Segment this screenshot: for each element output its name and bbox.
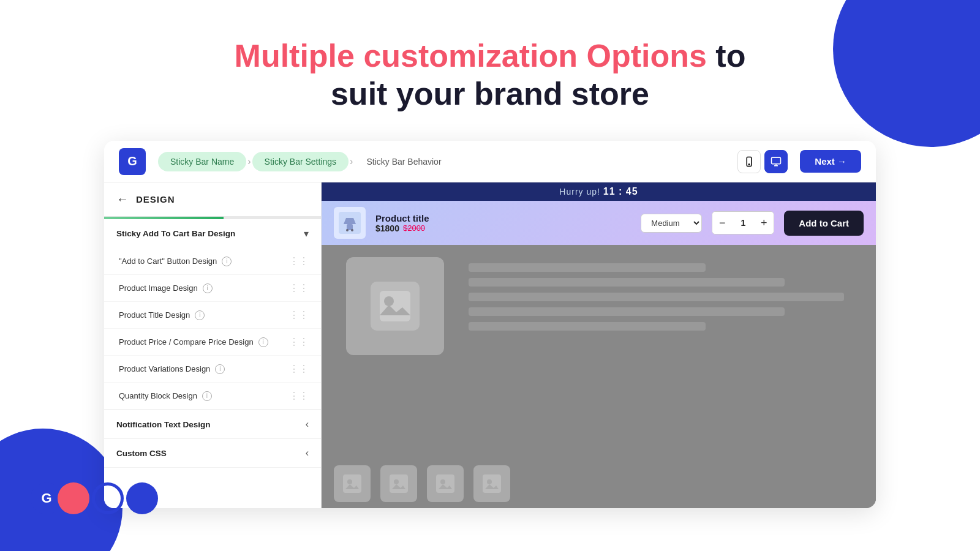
info-icon-product-price: i	[258, 337, 268, 347]
main-image-placeholder	[346, 257, 444, 355]
svg-point-1	[749, 163, 750, 165]
menu-item-quantity-block[interactable]: Quantity Block Design i ⋮⋮	[104, 383, 321, 410]
ui-card: G Sticky Bar Name › Sticky Bar Settings …	[104, 141, 876, 508]
svg-rect-2	[772, 157, 781, 164]
content-line-1	[469, 263, 706, 272]
section-custom-css-header[interactable]: Custom CSS ‹	[104, 439, 321, 467]
svg-point-15	[440, 479, 445, 484]
header-highlight: Multiple customization Options	[235, 38, 707, 73]
brand-logo: G	[31, 482, 158, 514]
preview-right	[469, 257, 864, 491]
steps-container: Sticky Bar Name › Sticky Bar Settings › …	[158, 152, 737, 171]
sidebar: ← DESIGN Sticky Add To Cart Bar Design ▾…	[104, 182, 322, 508]
notification-section-title: Notification Text Design	[116, 420, 211, 429]
info-icon-product-image: i	[203, 283, 213, 293]
info-icon-product-title: i	[195, 310, 205, 320]
info-icon-add-to-cart: i	[222, 257, 232, 266]
quantity-value: 1	[732, 218, 754, 228]
card-body: ← DESIGN Sticky Add To Cart Bar Design ▾…	[104, 182, 876, 508]
drag-handle-3[interactable]: ⋮⋮	[289, 309, 309, 321]
menu-item-product-title[interactable]: Product Title Design i ⋮⋮	[104, 302, 321, 329]
svg-rect-8	[380, 291, 410, 321]
thumb-4	[473, 465, 510, 502]
sidebar-header: ← DESIGN	[104, 182, 321, 217]
header-section: Multiple customization Options tosuit yo…	[0, 0, 980, 132]
countdown-timer: 11 : 45	[603, 186, 638, 197]
content-line-5	[469, 322, 706, 331]
section-notification-text: Notification Text Design ‹	[104, 410, 321, 439]
section-toggle-icon: ▾	[304, 228, 309, 239]
custom-css-toggle-icon: ‹	[306, 448, 309, 459]
svg-point-5	[346, 229, 349, 231]
product-prices: $1800 $2000	[375, 223, 631, 233]
svg-point-13	[394, 479, 399, 484]
section-sticky-bar-design: Sticky Add To Cart Bar Design ▾ "Add to …	[104, 219, 321, 410]
menu-item-add-to-cart-button[interactable]: "Add to Cart" Button Design i ⋮⋮	[104, 248, 321, 275]
section-notification-header[interactable]: Notification Text Design ‹	[104, 410, 321, 438]
svg-rect-12	[390, 474, 408, 493]
add-to-cart-button[interactable]: Add to Cart	[784, 211, 864, 236]
next-button[interactable]: Next →	[800, 150, 861, 173]
info-icon-product-variations: i	[215, 364, 225, 374]
thumb-2	[380, 465, 417, 502]
step-sticky-bar-settings[interactable]: Sticky Bar Settings	[252, 152, 349, 171]
product-thumbnail	[334, 207, 366, 239]
drag-handle[interactable]: ⋮⋮	[289, 255, 309, 267]
custom-css-section-title: Custom CSS	[116, 449, 167, 458]
product-title: Product title	[375, 213, 631, 223]
hurry-up-bar: Hurry up! 11 : 45	[322, 182, 876, 201]
logo-circle-red	[58, 482, 89, 514]
thumb-1	[334, 465, 371, 502]
product-bar: Product title $1800 $2000 Medium − 1 + A…	[322, 201, 876, 245]
section-title: Sticky Add To Cart Bar Design	[116, 229, 235, 238]
menu-item-product-variations[interactable]: Product Variations Design i ⋮⋮	[104, 356, 321, 383]
info-icon-quantity-block: i	[202, 391, 212, 401]
svg-point-11	[347, 479, 352, 484]
sidebar-title: DESIGN	[136, 194, 175, 204]
svg-rect-10	[343, 474, 361, 493]
product-info: Product title $1800 $2000	[375, 213, 631, 233]
drag-handle-4[interactable]: ⋮⋮	[289, 336, 309, 348]
svg-rect-16	[483, 474, 501, 493]
bottom-thumbnails	[322, 459, 876, 508]
content-line-4	[469, 307, 785, 316]
quantity-control: − 1 +	[712, 211, 774, 234]
header-title: Multiple customization Options tosuit yo…	[0, 37, 980, 113]
drag-handle-5[interactable]: ⋮⋮	[289, 363, 309, 375]
step-sticky-bar-name[interactable]: Sticky Bar Name	[158, 152, 246, 171]
svg-point-6	[351, 229, 353, 231]
variation-select[interactable]: Medium	[641, 214, 702, 233]
quantity-decrease[interactable]: −	[712, 212, 732, 234]
drag-handle-2[interactable]: ⋮⋮	[289, 282, 309, 294]
menu-item-product-image[interactable]: Product Image Design i ⋮⋮	[104, 275, 321, 302]
preview-area: Hurry up! 11 : 45 Product title	[322, 182, 876, 508]
hurry-text: Hurry up! 11 : 45	[559, 187, 638, 197]
preview-left	[334, 257, 456, 491]
section-sticky-bar-design-header[interactable]: Sticky Add To Cart Bar Design ▾	[104, 219, 321, 248]
thumb-3	[427, 465, 464, 502]
section-custom-css: Custom CSS ‹	[104, 439, 321, 468]
content-line-3	[469, 293, 844, 301]
step-arrow-1: ›	[247, 156, 251, 167]
step-sticky-bar-behavior[interactable]: Sticky Bar Behavior	[354, 152, 453, 171]
logo-circle-blue	[126, 482, 158, 514]
device-toggles	[737, 150, 788, 173]
drag-handle-6[interactable]: ⋮⋮	[289, 390, 309, 402]
notification-toggle-icon: ‹	[306, 419, 309, 430]
desktop-device-button[interactable]	[764, 150, 788, 173]
back-button[interactable]: ←	[116, 192, 129, 206]
svg-point-9	[384, 296, 394, 306]
app-logo: G	[119, 148, 146, 175]
current-price: $1800	[375, 223, 399, 233]
mobile-device-button[interactable]	[737, 150, 761, 173]
menu-item-product-price[interactable]: Product Price / Compare Price Design i ⋮…	[104, 329, 321, 356]
logo-circles	[58, 482, 158, 514]
svg-rect-14	[436, 474, 454, 493]
logo-circle-outline	[92, 482, 124, 514]
content-line-2	[469, 278, 785, 287]
card-topbar: G Sticky Bar Name › Sticky Bar Settings …	[104, 141, 876, 182]
compare-price: $2000	[403, 223, 425, 233]
quantity-increase[interactable]: +	[754, 212, 774, 234]
svg-point-17	[487, 479, 492, 484]
step-arrow-2: ›	[350, 156, 353, 167]
